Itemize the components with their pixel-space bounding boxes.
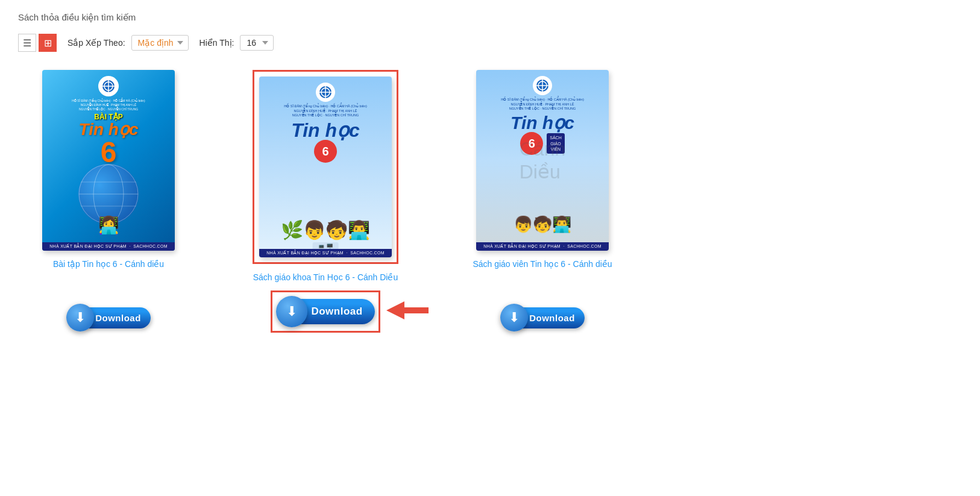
book3-sgv-badge: SÁCHGIÁOVIÊN <box>547 133 564 153</box>
book-cover-3[interactable]: HỒ SĨ ĐÀM (Tổng Chủ biên) · HỒ CẨM HÀ (C… <box>476 70 609 251</box>
book3-download-icon-circle: ⬇ <box>500 304 528 331</box>
page-title: Sách thỏa điều kiện tìm kiếm <box>18 12 962 23</box>
book1-authors: HỒ SĨ ĐÀM (Tổng Chủ biên) · HỒ CẨM HÀ (C… <box>72 99 145 111</box>
book1-title-link[interactable]: Bài tập Tin học 6 - Cánh diều <box>53 259 164 269</box>
book1-download-icon-circle: ⬇ <box>66 304 94 331</box>
book3-title: Tin học <box>510 114 574 132</box>
grid-view-button[interactable]: ⊞ <box>39 34 57 52</box>
book2-number-badge: 6 <box>314 140 337 163</box>
view-toggle: ☰ ⊞ <box>18 34 57 52</box>
sort-select[interactable]: Mặc định Tên A-Z Tên Z-A Mới nhất <box>131 35 189 51</box>
book-item-3: HỒ SĨ ĐÀM (Tổng Chủ biên) · HỒ CẨM HÀ (C… <box>452 70 633 333</box>
book3-download-button[interactable]: ⬇ Download <box>500 304 585 331</box>
book2-download-arrow-icon: ⬇ <box>286 304 297 319</box>
sort-label: Sắp Xếp Theo: <box>68 38 125 48</box>
book-cover-2[interactable]: HỒ SĨ ĐÀM (Tổng Chủ biên) · HỒ CẨM HÀ (C… <box>259 77 392 257</box>
book-item-2: HỒ SĨ ĐÀM (Tổng Chủ biên) · HỒ CẨM HÀ (C… <box>235 70 416 333</box>
toolbar: ☰ ⊞ Sắp Xếp Theo: Mặc định Tên A-Z Tên Z… <box>18 34 962 52</box>
book2-logo <box>316 83 335 102</box>
book1-number: 6 <box>101 138 117 167</box>
book2-selected-wrapper: HỒ SĨ ĐÀM (Tổng Chủ biên) · HỒ CẨM HÀ (C… <box>253 70 398 264</box>
list-view-button[interactable]: ☰ <box>18 34 36 52</box>
book-item-1: HỒ SĨ ĐÀM (Tổng Chủ biên) · HỒ CẨM HÀ (C… <box>18 70 199 333</box>
book2-footer: NHÀ XUẤT BẢN ĐẠI HỌC SƯ PHẠM · SACHHOC.C… <box>259 249 392 257</box>
books-grid: HỒ SĨ ĐÀM (Tổng Chủ biên) · HỒ CẨM HÀ (C… <box>18 70 962 333</box>
book2-authors: HỒ SĨ ĐÀM (Tổng Chủ biên) · HỒ CẨM HÀ (C… <box>284 104 367 118</box>
red-arrow-indicator <box>386 295 435 328</box>
book2-download-label: Download <box>295 299 374 324</box>
svg-marker-13 <box>386 301 429 319</box>
grid-view-icon: ⊞ <box>44 37 52 49</box>
book1-download-button[interactable]: ⬇ Download <box>66 304 151 331</box>
display-select[interactable]: 16 8 24 32 <box>240 35 274 51</box>
book2-download-selected-box: ⬇ Download <box>271 290 380 333</box>
book1-download-arrow-icon: ⬇ <box>75 310 86 325</box>
book3-title-link[interactable]: Sách giáo viên Tin học 6 - Cánh diều <box>473 259 612 269</box>
list-view-icon: ☰ <box>23 37 31 49</box>
book3-footer: NHÀ XUẤT BẢN ĐẠI HỌC SƯ PHẠM · SACHHOC.C… <box>476 242 609 251</box>
display-label: Hiển Thị: <box>199 38 234 48</box>
book2-download-icon-circle: ⬇ <box>276 296 307 327</box>
book2-title: Tin học <box>291 121 360 140</box>
book-cover-1[interactable]: HỒ SĨ ĐÀM (Tổng Chủ biên) · HỒ CẨM HÀ (C… <box>42 70 175 251</box>
book3-logo <box>533 76 552 95</box>
book2-title-link[interactable]: Sách giáo khoa Tin Học 6 - Cánh Diều <box>253 272 398 282</box>
book1-logo <box>98 76 119 96</box>
book3-authors: HỒ SĨ ĐÀM (Tổng Chủ biên) · HỒ CẨM HÀ (C… <box>501 98 584 111</box>
book1-title: Tin học <box>79 121 139 138</box>
book1-footer: NHÀ XUẤT BẢN ĐẠI HỌC SƯ PHẠM · SACHHOC.C… <box>42 242 175 251</box>
book3-number-badge: 6 <box>520 132 543 155</box>
book2-download-button[interactable]: ⬇ Download <box>276 296 374 327</box>
book3-download-arrow-icon: ⬇ <box>509 310 520 325</box>
